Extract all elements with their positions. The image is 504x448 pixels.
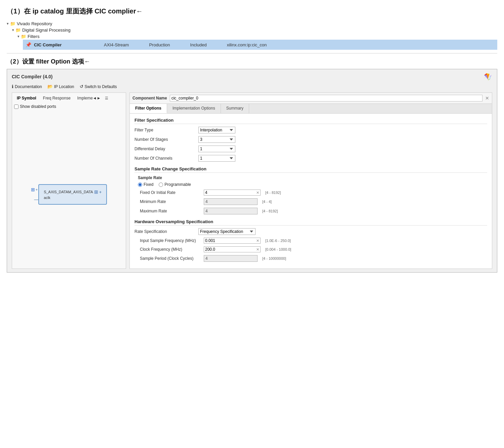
s-axis-data-label: S_AXIS_DATA	[44, 190, 68, 194]
num-stages-row: Number Of Stages 3 1 2 4 5 6	[134, 136, 487, 143]
num-stages-label: Number Of Stages	[134, 137, 195, 142]
minimum-rate-range: [4 - 4]	[262, 200, 272, 204]
maximum-rate-row: Maximum Rate [4 - 8192]	[140, 208, 487, 214]
ip-symbol-area: ⊞ + — S_AXIS_DATA	[14, 122, 124, 267]
divider-1	[7, 53, 497, 53]
differential-delay-row: Differential Delay 1 2	[134, 146, 487, 152]
clock-frequency-range: [0.004 - 1000.0]	[265, 247, 291, 251]
rate-specification-select[interactable]: Frequency Specification Clock Enable Bas…	[198, 228, 256, 235]
tree-item-dsp[interactable]: ▾ 📁 Digital Signal Processing	[12, 27, 497, 33]
fixed-initial-rate-input-wrapper: ✕	[204, 190, 261, 196]
folder-small-icon: 📂	[47, 84, 53, 89]
maximum-rate-input	[204, 208, 258, 214]
sample-period-range: [4 - 10000000]	[262, 256, 286, 260]
minimum-rate-row: Minimum Rate [4 - 4]	[140, 198, 487, 205]
ip-location-button[interactable]: 📂 IP Location	[47, 84, 74, 89]
sample-period-input	[204, 255, 258, 262]
clock-frequency-label: Clock Frequency (MHz)	[140, 247, 200, 252]
tabs-row: Filter Options Implementation Options Su…	[130, 104, 492, 114]
input-sample-freq-wrapper: ✕	[204, 238, 261, 244]
tab-content-filter-options: Filter Specification Filter Type Decimat…	[130, 114, 492, 269]
component-name-row: Component Name ✕	[130, 93, 492, 104]
clear-clock-freq-icon[interactable]: ✕	[256, 247, 259, 252]
tree-section: ▾ 📁 Vivado Repository ▾ 📁 Digital Signal…	[7, 21, 497, 50]
clock-frequency-input[interactable]	[205, 247, 256, 252]
show-disabled-ports-row: Show disabled ports	[14, 104, 124, 109]
folder-icon-vivado: 📁	[10, 21, 15, 26]
tab-summary[interactable]: Summary	[221, 104, 249, 113]
fixed-initial-rate-row: Fixed Or Initial Rate ✕ [4 - 8192]	[140, 190, 487, 196]
tab-ip-symbol[interactable]: IP Symbol	[14, 95, 39, 101]
maximum-rate-range: [4 - 8192]	[262, 209, 278, 213]
minimum-rate-input	[204, 198, 258, 205]
switch-defaults-button[interactable]: ↺ Switch to Defaults	[80, 84, 117, 89]
heading-2: （2）设置 filter Option 选项←	[7, 57, 497, 66]
differential-delay-select[interactable]: 1 2	[198, 146, 235, 152]
input-sample-freq-input[interactable]	[205, 238, 256, 243]
tree-label-filters: Filters	[28, 34, 39, 39]
maximum-rate-label: Maximum Rate	[140, 209, 200, 213]
plus-right-icon: +	[99, 190, 102, 195]
tab-implementation-options[interactable]: Implementation Options	[167, 104, 221, 113]
folder-icon-filters: 📁	[21, 34, 26, 39]
clock-frequency-row: Clock Frequency (MHz) ✕ [0.004 - 1000.0]	[140, 246, 487, 252]
tree-row-cic-compiler[interactable]: 📌 CIC Compiler AXI4-Stream Production In…	[23, 40, 497, 50]
cic-compiler-included: Included	[190, 42, 207, 47]
tree-arrow-vivado[interactable]: ▾	[7, 22, 9, 26]
sample-rate-change-title: Sample Rate Change Specification	[134, 166, 487, 173]
refresh-icon: ↺	[80, 84, 83, 89]
more-tabs-icon[interactable]: ☰	[105, 96, 108, 100]
left-panel: IP Symbol Freq Response Impleme◄► ☰ Show…	[12, 92, 126, 269]
cic-compiler-cols: AXI4-Stream Production Included xilinx.c…	[104, 42, 267, 47]
right-panel: Component Name ✕ Filter Options Implemen…	[129, 92, 492, 269]
clear-fixed-rate-icon[interactable]: ✕	[256, 191, 259, 195]
radio-programmable-option[interactable]: Programmable	[159, 182, 191, 187]
clock-frequency-wrapper: ✕	[204, 246, 261, 252]
cic-main: IP Symbol Freq Response Impleme◄► ☰ Show…	[12, 92, 492, 269]
filter-type-select[interactable]: Decimation Interpolation	[198, 127, 235, 133]
radio-fixed[interactable]	[138, 182, 142, 187]
num-channels-row: Number Of Channels 1	[134, 155, 487, 162]
tree-item-filters[interactable]: ▾ 📁 Filters	[17, 33, 497, 40]
tree-arrow-filters[interactable]: ▾	[17, 34, 20, 39]
documentation-button[interactable]: ℹ Documentation	[12, 84, 42, 89]
rate-specification-row: Rate Specification Frequency Specificati…	[134, 228, 487, 235]
tab-filter-options[interactable]: Filter Options	[130, 104, 167, 113]
port-row-s-axis: S_AXIS_DATA M_AXIS_DATA ⊞ +	[44, 189, 102, 195]
cic-compiler-name: CIC Compiler	[34, 42, 101, 47]
sample-rate-subtitle: Sample Rate	[138, 175, 487, 180]
component-name-input[interactable]	[170, 95, 482, 101]
tab-freq-response[interactable]: Freq Response	[40, 95, 73, 101]
fixed-initial-rate-input[interactable]	[205, 190, 256, 195]
show-disabled-ports-label: Show disabled ports	[20, 104, 56, 109]
close-icon[interactable]: ✕	[485, 95, 489, 101]
filter-specification-title: Filter Specification	[134, 118, 487, 124]
pin-icon: 📌	[26, 42, 31, 47]
num-channels-select[interactable]: 1	[198, 155, 235, 162]
cic-compiler-production: Production	[149, 42, 170, 47]
documentation-label: Documentation	[15, 84, 42, 89]
tree-label-vivado: Vivado Repository	[17, 21, 52, 26]
fixed-initial-rate-range: [4 - 8192]	[265, 191, 281, 195]
radio-programmable[interactable]	[159, 182, 163, 187]
filter-type-row: Filter Type Decimation Interpolation	[134, 127, 487, 133]
tree-item-vivado[interactable]: ▾ 📁 Vivado Repository	[7, 21, 497, 27]
rate-specification-label: Rate Specification	[134, 229, 195, 234]
tab-impleme[interactable]: Impleme◄►	[75, 95, 104, 101]
cic-dialog-title: CIC Compiler (4.0)	[12, 74, 52, 79]
tree-label-dsp: Digital Signal Processing	[22, 28, 71, 33]
fixed-initial-rate-label: Fixed Or Initial Rate	[140, 190, 200, 195]
clear-input-sample-freq-icon[interactable]: ✕	[256, 239, 259, 243]
connector-aclk-minus-icon: —	[34, 197, 38, 202]
show-disabled-ports-checkbox[interactable]	[14, 105, 18, 109]
radio-fixed-option[interactable]: Fixed	[138, 182, 153, 187]
num-stages-select[interactable]: 3 1 2 4 5 6	[198, 136, 235, 143]
differential-delay-label: Differential Delay	[134, 147, 195, 151]
sample-period-row: Sample Period (Clock Cycles) [4 - 100000…	[140, 255, 487, 262]
minimum-rate-label: Minimum Rate	[140, 199, 200, 204]
m-axis-data-label: M_AXIS_DATA	[68, 190, 93, 194]
sample-rate-radio-row: Fixed Programmable	[138, 182, 487, 187]
sample-period-label: Sample Period (Clock Cycles)	[140, 256, 200, 261]
aclk-label: aclk	[44, 196, 50, 200]
tree-arrow-dsp[interactable]: ▾	[12, 28, 14, 32]
